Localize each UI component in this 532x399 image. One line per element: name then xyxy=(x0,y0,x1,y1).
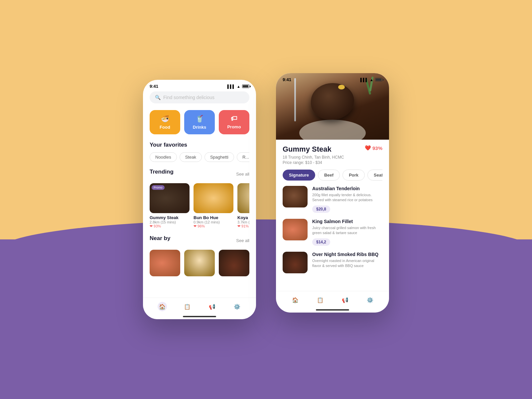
category-promo-button[interactable]: 🏷 Promo xyxy=(219,110,249,134)
menu-info-2: Over Night Smoked Ribs BBQ Overnight roa… xyxy=(312,252,382,271)
trending-badge-0: Promo xyxy=(152,185,165,190)
rating-value: 93% xyxy=(372,145,382,151)
tab-pork[interactable]: Pork xyxy=(342,170,365,181)
restaurant-header: Gummy Steak ❤️ 93% xyxy=(283,145,382,154)
category-drinks-button[interactable]: 🥤 Drinks xyxy=(184,110,215,134)
food-label: Food xyxy=(160,125,170,130)
status-bar-right: 9:41 ▌▌▌ ▲ xyxy=(276,73,389,85)
tab-beef[interactable]: Beef xyxy=(318,170,340,181)
wifi-icon: ▲ xyxy=(237,84,240,88)
nav-settings-left[interactable]: ⚙️ xyxy=(232,302,242,311)
drinks-label: Drinks xyxy=(193,125,206,130)
menu-price-0: $20,8 xyxy=(312,205,330,213)
trending-rating-2: ❤ 91% xyxy=(237,224,249,228)
nearby-item-0[interactable] xyxy=(150,250,180,276)
menu-img-0 xyxy=(283,186,308,207)
trending-name-2: Koya xyxy=(237,215,249,220)
trending-img-2 xyxy=(237,183,249,213)
status-icons-right: ▌▌▌ ▲ xyxy=(360,78,382,82)
signal-icon: ▌▌▌ xyxy=(227,84,235,88)
trending-item-2[interactable]: Koya 3.7km (...) ❤ 91% xyxy=(237,183,249,228)
hero-steak xyxy=(311,83,354,120)
battery-icon-right xyxy=(375,78,382,81)
chip-spaghetti[interactable]: Spaghetti xyxy=(204,152,234,162)
restaurant-address: 18 Truong Chinh, Tan Binh, HCMC xyxy=(283,155,382,160)
nearby-see-all[interactable]: See all xyxy=(236,238,249,243)
trending-name-1: Bun Bo Hue xyxy=(194,215,233,220)
signal-icon-right: ▌▌▌ xyxy=(360,78,368,82)
promo-label: Promo xyxy=(227,124,241,129)
menu-img-2 xyxy=(283,252,308,273)
nav-orders-right[interactable]: 📋 xyxy=(316,295,325,305)
category-food-button[interactable]: 🍜 Food xyxy=(150,110,180,134)
home-indicator-right xyxy=(316,309,349,311)
menu-name-2: Over Night Smoked Ribs BBQ xyxy=(312,252,382,257)
time-left: 9:41 xyxy=(150,84,158,89)
trending-rating-0: ❤ 93% xyxy=(150,224,190,228)
menu-img-1 xyxy=(283,219,308,240)
trending-title: Trending xyxy=(150,169,174,175)
battery-icon xyxy=(242,84,249,88)
food-icon: 🍜 xyxy=(161,115,169,123)
nearby-title: Near by xyxy=(150,235,170,242)
nav-notifications-right[interactable]: 📢 xyxy=(340,295,350,305)
nav-notifications-left[interactable]: 📢 xyxy=(207,302,217,311)
menu-info-1: King Salmon Fillet Juicy charcoal grille… xyxy=(312,219,382,246)
menu-tabs: Signature Beef Pork Seafo... xyxy=(283,170,382,181)
battery-fill xyxy=(243,85,248,87)
favorites-title: Your favorites xyxy=(150,142,249,148)
nearby-item-1[interactable] xyxy=(184,250,215,276)
menu-info-0: Australian Tenderloin 200g fillet equall… xyxy=(312,186,382,213)
chip-noodles[interactable]: Noodles xyxy=(150,152,177,162)
nav-home-right[interactable]: 🏠 xyxy=(291,295,300,305)
trending-header: Trending See all xyxy=(150,169,249,179)
menu-desc-0: 200g fillet equally tender & delicious. … xyxy=(312,193,382,203)
nav-home-left[interactable]: 🏠 xyxy=(158,302,167,311)
menu-item-1[interactable]: King Salmon Fillet Juicy charcoal grille… xyxy=(283,219,382,246)
menu-item-0[interactable]: Australian Tenderloin 200g fillet equall… xyxy=(283,186,382,213)
status-bar-left: 9:41 ▌▌▌ ▲ xyxy=(143,80,256,91)
phones-container: 9:41 ▌▌▌ ▲ 🔍 Find something delicious 🍜 … xyxy=(143,80,389,319)
home-indicator-left xyxy=(183,316,216,317)
promo-icon: 🏷 xyxy=(231,115,237,122)
trending-rating-1: ❤ 96% xyxy=(194,224,233,228)
menu-price-1: $14,2 xyxy=(312,238,330,246)
menu-item-2[interactable]: Over Night Smoked Ribs BBQ Overnight roa… xyxy=(283,252,382,273)
tab-seafood[interactable]: Seafo... xyxy=(367,170,382,181)
tab-signature[interactable]: Signature xyxy=(283,170,315,181)
trending-name-0: Gummy Steak xyxy=(150,215,190,220)
nav-orders-left[interactable]: 📋 xyxy=(183,302,192,311)
heart-icon: ❤️ xyxy=(365,145,371,151)
chip-steak[interactable]: Steak xyxy=(180,152,202,162)
trending-list: Promo Gummy Steak 2.8km (15 mins) ❤ 93% … xyxy=(150,183,249,228)
nav-settings-right[interactable]: ⚙️ xyxy=(365,295,375,305)
nearby-header: Near by See all xyxy=(150,235,249,246)
search-placeholder: Find something delicious xyxy=(163,95,214,100)
menu-desc-2: Overnight roasted in American original f… xyxy=(312,258,382,269)
trending-item-1[interactable]: Bun Bo Hue 0.9km (12 mins) ❤ 96% xyxy=(194,183,233,228)
wifi-icon-right: ▲ xyxy=(370,78,373,82)
trending-item-0[interactable]: Promo Gummy Steak 2.8km (15 mins) ❤ 93% xyxy=(150,183,190,228)
restaurant-rating: ❤️ 93% xyxy=(365,145,382,151)
drinks-icon: 🥤 xyxy=(196,115,204,123)
search-bar[interactable]: 🔍 Find something delicious xyxy=(150,91,249,103)
trending-dist-1: 0.9km (12 mins) xyxy=(194,220,233,224)
nearby-item-2[interactable] xyxy=(219,250,249,276)
categories-row: 🍜 Food 🥤 Drinks 🏷 Promo xyxy=(150,110,249,134)
trending-img-0: Promo xyxy=(150,183,190,213)
search-icon: 🔍 xyxy=(155,95,161,100)
menu-desc-1: Juicy charcoal grilled salmon with fresh… xyxy=(312,225,382,236)
trending-dist-2: 3.7km (...) xyxy=(237,220,249,224)
status-icons-left: ▌▌▌ ▲ xyxy=(227,84,249,88)
time-right: 9:41 xyxy=(283,77,291,82)
chip-more[interactable]: R... xyxy=(237,152,249,162)
price-range: Price range: $10 - $34 xyxy=(283,160,382,165)
hero-lemon xyxy=(338,85,345,89)
restaurant-name: Gummy Steak xyxy=(283,145,332,154)
phone-detail: 9:41 ▌▌▌ ▲ Gummy Steak ❤️ xyxy=(276,73,389,313)
detail-content: Gummy Steak ❤️ 93% 18 Truong Chinh, Tan … xyxy=(276,140,389,293)
favorites-chips: Noodles Steak Spaghetti R... xyxy=(150,152,249,162)
trending-see-all[interactable]: See all xyxy=(236,172,249,177)
menu-name-1: King Salmon Fillet xyxy=(312,219,382,224)
trending-img-1 xyxy=(194,183,233,213)
